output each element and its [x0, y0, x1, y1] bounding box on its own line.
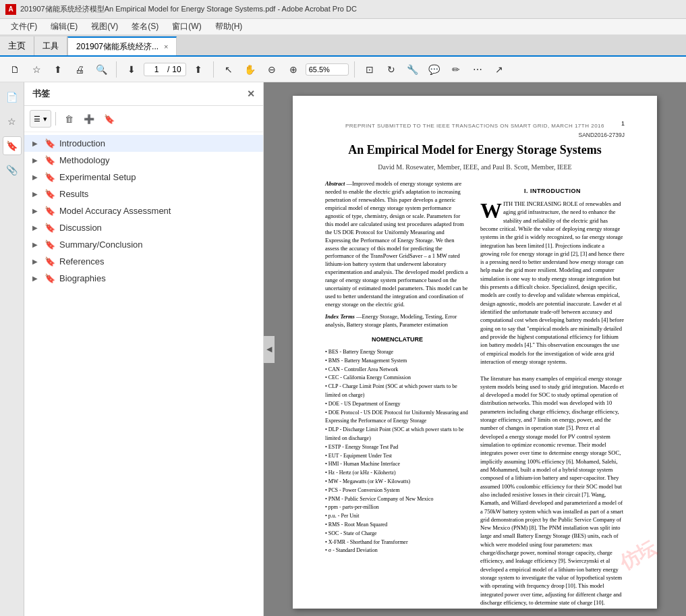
page-total: 10 [172, 65, 181, 74]
page-nav: / 10 [144, 63, 186, 76]
pdf-abstract-text: —Improved models of energy storage syste… [325, 180, 468, 307]
bm-label-results: Results [59, 189, 88, 199]
bookmark-add-button[interactable]: ➕ [80, 110, 98, 128]
cursor-tool-button[interactable]: ↖ [219, 60, 238, 79]
bookmark-methodology[interactable]: ▶ 🔖 Methodology [24, 152, 263, 169]
print-button[interactable]: 🖨 [70, 60, 89, 79]
pdf-abstract-label: Abstract [325, 180, 345, 187]
separator-1 [116, 61, 117, 78]
nom-item-dlp: DLP - Discharge Limit Point (SOC at whic… [325, 426, 469, 443]
bookmark-star-button[interactable]: ☆ [27, 60, 46, 79]
nom-item-bms: BMS - Battery Management System [325, 357, 469, 366]
nom-item-can: CAN - Controller Area Network [325, 366, 469, 374]
bookmarks-toolbar: ☰ ▾ 🗑 ➕ 🔖 [24, 106, 263, 132]
bm-icon-model-accuracy: 🔖 [45, 206, 55, 216]
menu-help[interactable]: 帮助(H) [210, 20, 248, 34]
menu-sign[interactable]: 签名(S) [126, 20, 164, 34]
bookmark-options-button[interactable]: 🔖 [101, 110, 118, 128]
bookmarks-header: 书签 ✕ [24, 82, 263, 106]
search-button[interactable]: 🔍 [92, 60, 111, 79]
bookmark-biographies[interactable]: ▶ 🔖 Biographies [24, 270, 263, 287]
tools-panel-button[interactable]: 🔧 [403, 60, 422, 79]
bookmarks-view-dropdown[interactable]: ☰ ▾ [30, 110, 51, 128]
nom-item-doe: DOE - US Department of Energy [325, 400, 469, 409]
comment-button[interactable]: 💬 [425, 60, 444, 79]
nom-item-ppm: ppm - parts-per-million [325, 503, 469, 512]
bm-label-introduction: Introduction [59, 138, 105, 148]
separator-3 [354, 61, 355, 78]
bm-icon-references: 🔖 [45, 256, 55, 267]
nom-item-doe-protocol: DOE Protocol - US DOE Protocol for Unifo… [325, 409, 469, 426]
menu-edit[interactable]: 编辑(E) [45, 20, 83, 34]
tab-close-button[interactable]: × [164, 43, 168, 51]
bookmark-delete-button[interactable]: 🗑 [60, 110, 78, 128]
menu-window[interactable]: 窗口(W) [167, 20, 206, 34]
pdf-left-column: Abstract —Improved models of energy stor… [325, 180, 469, 616]
nom-item-estp: ESTP - Energy Storage Test Pad [325, 443, 469, 452]
bm-icon-methodology: 🔖 [45, 155, 55, 165]
bookmark-references[interactable]: ▶ 🔖 References [24, 253, 263, 270]
pdf-page-number: 1 [621, 120, 625, 127]
fit-page-button[interactable]: ⊡ [360, 60, 379, 79]
bm-icon-results: 🔖 [45, 189, 55, 199]
bm-arrow-model-accuracy: ▶ [32, 207, 43, 215]
pdf-title: An Empirical Model for Energy Storage Sy… [325, 142, 625, 158]
menu-view[interactable]: 视图(V) [86, 20, 123, 34]
prev-page-button[interactable]: ⬇ [122, 60, 141, 79]
zoom-in-button[interactable]: ⊕ [284, 60, 303, 79]
page-input[interactable] [148, 65, 165, 74]
tab-tools[interactable]: 工具 [34, 36, 67, 55]
pdf-columns: Abstract —Improved models of energy stor… [325, 180, 625, 616]
pdf-index-terms-label: Index Terms [325, 313, 355, 320]
bookmarks-close-button[interactable]: ✕ [247, 88, 255, 99]
rotate-button[interactable]: ↻ [382, 60, 401, 79]
zoom-input[interactable] [306, 63, 349, 76]
bookmark-experimental-setup[interactable]: ▶ 🔖 Experimental Setup [24, 169, 263, 186]
nom-item-pcs: PCS - Power Conversion System [325, 486, 469, 495]
pdf-viewer[interactable]: ◀ 1 PREPRINT SUBMITTED TO THE IEEE TRANS… [264, 82, 686, 616]
menu-file[interactable]: 文件(F) [5, 20, 42, 34]
sidebar-icon-annotations[interactable]: 📎 [3, 161, 22, 179]
pdf-index-terms: Index Terms —Energy Storage, Modeling, T… [325, 313, 469, 329]
pdf-intro-text: W ITH THE INCREASING ROLE of renewables … [480, 200, 625, 616]
bm-label-model-accuracy: Model Accuracy Assessment [59, 206, 171, 216]
sidebar-icon-pages[interactable]: 📄 [3, 88, 22, 107]
zoom-out-button[interactable]: ⊖ [262, 60, 281, 79]
nom-item-xfmr: X-FMR - Shorthand for Transformer [325, 538, 469, 547]
bookmark-discussion[interactable]: ▶ 🔖 Discussion [24, 219, 263, 236]
pdf-intro-para1: W ITH THE INCREASING ROLE of renewables … [480, 200, 625, 366]
bookmark-summary[interactable]: ▶ 🔖 Summary/Conclusion [24, 236, 263, 253]
bm-icon-discussion: 🔖 [45, 223, 55, 233]
bm-arrow-references: ▶ [32, 258, 43, 265]
bookmark-results[interactable]: ▶ 🔖 Results [24, 186, 263, 202]
pdf-abstract: Abstract —Improved models of energy stor… [325, 180, 469, 308]
page-separator: / [167, 65, 169, 74]
pen-button[interactable]: ✏ [447, 60, 465, 79]
bookmark-model-accuracy[interactable]: ▶ 🔖 Model Accuracy Assessment [24, 202, 263, 219]
upload-button[interactable]: ⬆ [49, 60, 67, 79]
nom-item-hz: Hz - Hertz (or kHz - Kilohertz) [325, 469, 469, 478]
pdf-sand-id: SAND2016-2739J [325, 132, 625, 138]
bookmark-introduction[interactable]: ▶ 🔖 Introduction [24, 135, 263, 152]
separator-2 [213, 61, 214, 78]
bm-arrow-results: ▶ [32, 190, 43, 198]
bookmarks-title: 书签 [32, 88, 50, 100]
pdf-authors: David M. Rosewater, Member, IEEE, and Pa… [325, 163, 625, 171]
sidebar-icon-bookmarks[interactable]: ☆ [3, 112, 22, 131]
sidebar-icon-bookmarks-active[interactable]: 🔖 [3, 136, 22, 155]
nom-item-sigma: σ - Standard Deviation [325, 547, 469, 555]
more-tools-button[interactable]: ⋯ [468, 60, 487, 79]
next-page-button[interactable]: ⬆ [189, 60, 208, 79]
tab-home[interactable]: 主页 [0, 36, 34, 55]
nom-item-soc: SOC - State of Charge [325, 530, 469, 538]
new-button[interactable]: 🗋 [5, 60, 24, 79]
share-button[interactable]: ↗ [490, 60, 509, 79]
collapse-panel-button[interactable]: ◀ [264, 336, 275, 363]
hand-tool-button[interactable]: ✋ [241, 60, 260, 79]
pdf-section-intro-title: I. INTRODUCTION [480, 187, 625, 196]
bm-arrow-biographies: ▶ [32, 275, 43, 282]
bm-label-methodology: Methodology [59, 155, 109, 165]
bm-label-summary: Summary/Conclusion [59, 240, 143, 250]
nom-item-clp: CLP - Charge Limit Point (SOC at which p… [325, 383, 469, 400]
tab-document[interactable]: 201907储能系统经济... × [67, 36, 177, 55]
